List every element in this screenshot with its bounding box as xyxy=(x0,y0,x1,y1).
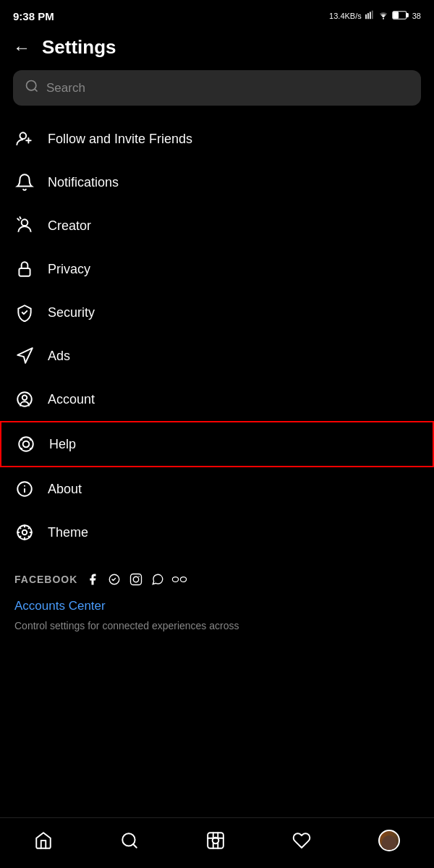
about-label: About xyxy=(48,482,82,497)
svg-rect-23 xyxy=(131,574,142,585)
svg-point-26 xyxy=(173,577,179,582)
facebook-icon xyxy=(85,571,101,587)
signal-icon xyxy=(365,10,375,22)
facebook-header: FACEBOOK xyxy=(14,571,420,587)
status-time: 9:38 PM xyxy=(13,10,54,22)
sidebar-item-help[interactable]: Help xyxy=(0,421,434,467)
sidebar-item-ads[interactable]: Ads xyxy=(0,334,434,378)
avatar xyxy=(378,830,400,851)
sidebar-item-notifications[interactable]: Notifications xyxy=(0,161,434,204)
svg-point-14 xyxy=(19,437,33,451)
data-speed: 13.4KB/s xyxy=(329,12,362,20)
svg-point-19 xyxy=(30,448,31,449)
heart-icon xyxy=(292,831,311,850)
svg-point-16 xyxy=(21,439,22,441)
svg-point-13 xyxy=(22,396,27,401)
sidebar-item-follow[interactable]: Follow and Invite Friends xyxy=(0,117,434,161)
security-label: Security xyxy=(48,305,95,320)
svg-point-27 xyxy=(181,577,187,582)
nav-reels[interactable] xyxy=(200,825,231,856)
help-icon xyxy=(16,434,36,454)
info-icon xyxy=(14,479,35,499)
whatsapp-icon xyxy=(150,571,166,587)
bottom-nav xyxy=(0,817,434,868)
account-icon xyxy=(14,389,35,409)
instagram-icon xyxy=(128,571,144,587)
facebook-label: FACEBOOK xyxy=(14,574,77,585)
search-bar[interactable]: Search xyxy=(13,70,421,106)
settings-list: Follow and Invite Friends Notifications … xyxy=(0,111,434,560)
theme-label: Theme xyxy=(48,525,88,540)
svg-point-17 xyxy=(30,439,31,441)
nav-home[interactable] xyxy=(28,825,59,856)
search-nav-icon xyxy=(120,831,139,850)
sidebar-item-about[interactable]: About xyxy=(0,467,434,511)
page-title: Settings xyxy=(42,36,116,59)
ads-icon xyxy=(14,346,35,366)
status-icons: 13.4KB/s 38 xyxy=(329,10,421,22)
nav-search[interactable] xyxy=(114,825,145,856)
svg-rect-1 xyxy=(367,13,369,19)
svg-point-8 xyxy=(27,81,36,90)
svg-point-4 xyxy=(383,18,384,20)
svg-rect-0 xyxy=(365,14,367,19)
help-label: Help xyxy=(49,437,76,452)
theme-icon xyxy=(14,522,35,542)
svg-point-10 xyxy=(22,219,28,226)
battery-icon xyxy=(392,11,409,21)
search-placeholder: Search xyxy=(46,81,85,95)
svg-point-12 xyxy=(17,392,32,407)
svg-point-18 xyxy=(21,448,22,449)
sidebar-item-security[interactable]: Security xyxy=(0,291,434,334)
svg-rect-29 xyxy=(208,833,224,848)
sidebar-item-theme[interactable]: Theme xyxy=(0,511,434,554)
search-icon xyxy=(25,79,39,97)
account-label: Account xyxy=(48,392,95,407)
nav-profile[interactable] xyxy=(373,824,406,857)
follow-icon xyxy=(14,129,35,149)
sidebar-item-creator[interactable]: Creator xyxy=(0,204,434,247)
accounts-center-link[interactable]: Accounts Center xyxy=(14,596,420,619)
ads-label: Ads xyxy=(48,349,70,364)
svg-rect-11 xyxy=(19,268,30,276)
svg-point-25 xyxy=(139,576,140,577)
privacy-label: Privacy xyxy=(48,262,90,277)
svg-point-15 xyxy=(23,441,30,448)
status-bar: 9:38 PM 13.4KB/s 38 xyxy=(0,0,434,29)
svg-point-24 xyxy=(134,576,140,582)
reels-icon xyxy=(206,831,225,850)
svg-rect-6 xyxy=(406,13,408,17)
bell-icon xyxy=(14,172,35,192)
back-button[interactable]: ← xyxy=(13,38,30,58)
facebook-section: FACEBOOK Accounts Center Control xyxy=(0,560,434,637)
svg-rect-2 xyxy=(370,12,371,19)
lock-icon xyxy=(14,259,35,279)
accounts-center-description: Control settings for connected experienc… xyxy=(14,619,420,634)
creator-label: Creator xyxy=(48,218,91,234)
svg-point-22 xyxy=(22,530,27,535)
nav-heart[interactable] xyxy=(286,825,317,856)
sidebar-item-account[interactable]: Account xyxy=(0,378,434,421)
home-icon xyxy=(34,831,53,850)
meta-icon xyxy=(171,571,187,587)
svg-rect-7 xyxy=(393,12,398,19)
settings-header: ← Settings xyxy=(0,29,434,70)
svg-rect-3 xyxy=(372,11,373,20)
messenger-icon xyxy=(106,571,122,587)
shield-icon xyxy=(14,302,35,323)
svg-point-9 xyxy=(20,132,27,139)
follow-label: Follow and Invite Friends xyxy=(48,132,192,147)
facebook-social-icons xyxy=(85,571,187,587)
creator-icon xyxy=(14,216,35,236)
wifi-icon xyxy=(378,11,389,21)
battery-percent: 38 xyxy=(412,12,421,20)
notifications-label: Notifications xyxy=(48,175,119,190)
sidebar-item-privacy[interactable]: Privacy xyxy=(0,247,434,291)
